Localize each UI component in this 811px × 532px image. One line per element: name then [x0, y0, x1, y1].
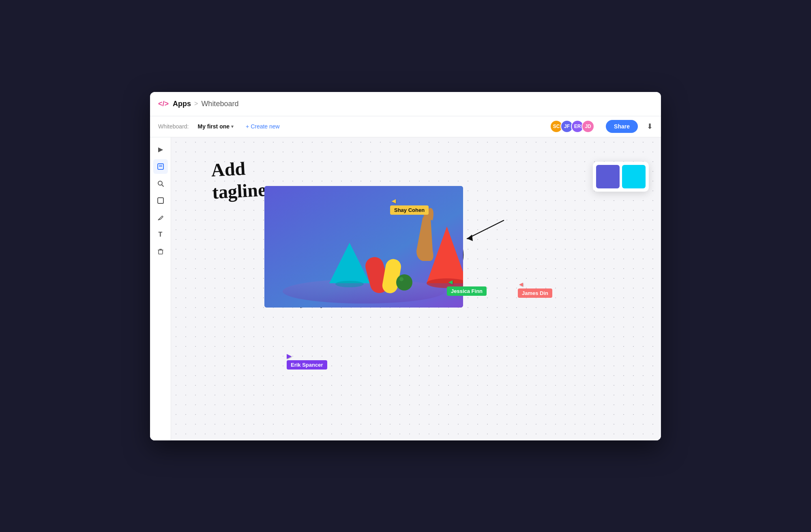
share-button[interactable]: Share [606, 120, 638, 133]
top-nav: </> Apps > Whiteboard [150, 92, 661, 116]
tool-text[interactable]: T [153, 227, 168, 242]
breadcrumb: Apps > Whiteboard [173, 100, 238, 108]
left-sidebar: ▶ [150, 137, 171, 440]
avatar-4: JD [581, 120, 594, 133]
tool-select[interactable]: ▶ [153, 142, 168, 157]
toolbar-bar: Whiteboard: My first one ▾ + Create new … [150, 116, 661, 137]
svg-rect-7 [159, 250, 163, 254]
tool-zoom[interactable] [153, 176, 168, 191]
whiteboard-name-button[interactable]: My first one ▾ [195, 122, 236, 131]
whiteboard-name: My first one [197, 123, 230, 130]
cursor-james-din: ◄ James Din [518, 281, 552, 298]
cursor-erik-spancer: ▶ Erik Spancer [287, 353, 327, 370]
svg-point-21 [396, 274, 412, 291]
cursor-jessica-finn: ◄ Jessica Finn [447, 278, 487, 296]
tool-delete[interactable] [153, 244, 168, 259]
tool-frame[interactable] [153, 193, 168, 208]
color-swatch-blue[interactable] [596, 165, 620, 188]
chevron-down-icon: ▾ [231, 124, 234, 129]
svg-marker-11 [467, 235, 473, 241]
tool-note[interactable] [153, 159, 168, 174]
cursor-shay-cohen: ◄ Shay Cohen [390, 197, 429, 215]
canvas-area[interactable]: Add tagline [171, 137, 661, 440]
main-area: ▶ [150, 137, 661, 440]
download-button[interactable]: ⬇ [647, 122, 653, 131]
handwriting-text: Add tagline [210, 156, 266, 203]
svg-point-18 [335, 281, 364, 287]
create-new-label: + Create new [246, 123, 280, 130]
canvas-image [264, 186, 463, 308]
breadcrumb-current: Whiteboard [201, 100, 238, 108]
svg-line-4 [162, 185, 163, 186]
svg-rect-5 [158, 198, 163, 203]
tool-pen[interactable] [153, 210, 168, 225]
breadcrumb-separator: > [194, 100, 198, 107]
collaborator-avatars: SC JF ER JD [550, 120, 594, 133]
create-new-button[interactable]: + Create new [242, 122, 283, 131]
breadcrumb-apps[interactable]: Apps [173, 100, 191, 108]
whiteboard-label: Whiteboard: [158, 123, 189, 130]
color-swatch-cyan[interactable] [622, 165, 646, 188]
svg-line-10 [467, 220, 504, 239]
shapes-svg [264, 186, 463, 308]
color-panel [593, 162, 649, 192]
svg-point-22 [399, 277, 403, 281]
logo-icon: </> [158, 100, 169, 108]
